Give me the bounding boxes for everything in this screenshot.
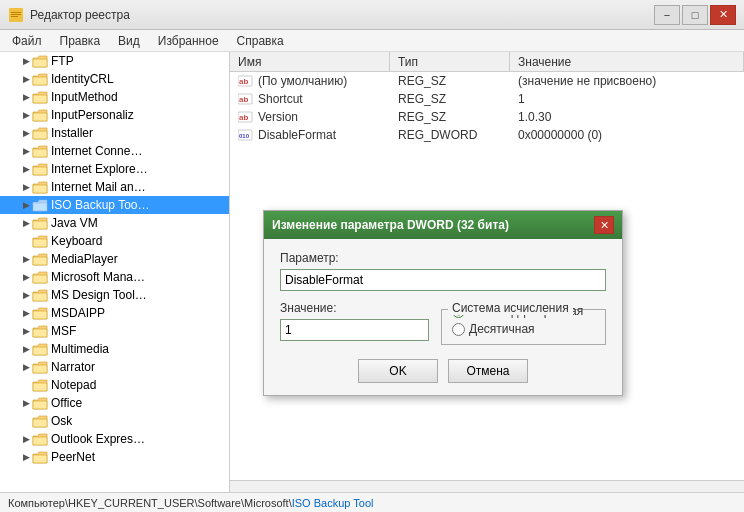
tree-label-msdesigntool: MS Design Tool…: [51, 288, 147, 302]
tree-arrow-internetmail: ▶: [20, 181, 32, 193]
tree-label-osk: Osk: [51, 414, 72, 428]
tree-label-multimedia: Multimedia: [51, 342, 109, 356]
menu-favorites[interactable]: Избранное: [150, 32, 227, 50]
cancel-button[interactable]: Отмена: [448, 359, 528, 383]
table-row-default[interactable]: ab (По умолчанию)REG_SZ(значение не прис…: [230, 72, 744, 90]
tree-item-microsoftmana[interactable]: ▶ Microsoft Mana…: [0, 268, 229, 286]
ab-icon-default: ab: [238, 74, 254, 88]
folder-icon-internetmail: [32, 181, 48, 194]
tree-arrow-inputmethod: ▶: [20, 91, 32, 103]
radio-group-label: Система исчисления: [448, 301, 573, 315]
folder-icon-internetexplore: [32, 163, 48, 176]
tree-item-identitycrl[interactable]: ▶ IdentityCRL: [0, 70, 229, 88]
dialog-body: Параметр: Значение: Система исчисления: [264, 239, 622, 395]
dialog-row: Значение: Система исчисления Шестнадцате…: [280, 301, 606, 345]
tree-label-msdaipp: MSDAIPP: [51, 306, 105, 320]
tree-item-inputpersonaliz[interactable]: ▶ InputPersonaliz: [0, 106, 229, 124]
tree-arrow-javavm: ▶: [20, 217, 32, 229]
tree-item-office[interactable]: ▶ Office: [0, 394, 229, 412]
tree-label-outlookexpress: Outlook Expres…: [51, 432, 145, 446]
tree-item-msdaipp[interactable]: ▶ MSDAIPP: [0, 304, 229, 322]
dword-icon-disableformat: 010: [238, 128, 254, 142]
horizontal-scrollbar[interactable]: [230, 480, 744, 492]
value-section: Значение:: [280, 301, 429, 341]
tree-label-peernet: PeerNet: [51, 450, 95, 464]
menu-help[interactable]: Справка: [229, 32, 292, 50]
tree-item-javavm[interactable]: ▶ Java VM: [0, 214, 229, 232]
tree-arrow-notepad: [20, 379, 32, 391]
main-content: ▶ FTP▶ IdentityCRL▶ InputMethod▶ InputPe…: [0, 52, 744, 492]
cell-name-version: ab Version: [230, 108, 390, 125]
maximize-button[interactable]: □: [682, 5, 708, 25]
tree-arrow-mediaplayer: ▶: [20, 253, 32, 265]
cell-name-default: ab (По умолчанию): [230, 72, 390, 89]
cell-type-disableformat: REG_DWORD: [390, 126, 510, 143]
folder-icon-inputmethod: [32, 91, 48, 104]
cell-value-default: (значение не присвоено): [510, 72, 744, 89]
tree-item-mediaplayer[interactable]: ▶ MediaPlayer: [0, 250, 229, 268]
cell-name-disableformat: 010 DisableFormat: [230, 126, 390, 143]
tree-label-narrator: Narrator: [51, 360, 95, 374]
value-label: Значение:: [280, 301, 429, 315]
menu-view[interactable]: Вид: [110, 32, 148, 50]
tree-item-internetmail[interactable]: ▶ Internet Mail an…: [0, 178, 229, 196]
folder-icon-msf: [32, 325, 48, 338]
col-header-type: Тип: [390, 52, 510, 71]
tree-item-peernet[interactable]: ▶ PeerNet: [0, 448, 229, 466]
param-input[interactable]: [280, 269, 606, 291]
folder-icon-peernet: [32, 451, 48, 464]
folder-icon-identitycrl: [32, 73, 48, 86]
tree-item-isobackup[interactable]: ▶ ISO Backup Too…: [0, 196, 229, 214]
ab-icon-shortcut: ab: [238, 92, 254, 106]
cell-type-default: REG_SZ: [390, 72, 510, 89]
tree-item-narrator[interactable]: ▶ Narrator: [0, 358, 229, 376]
tree-item-keyboard[interactable]: Keyboard: [0, 232, 229, 250]
table-row-disableformat[interactable]: 010 DisableFormatREG_DWORD0x00000000 (0): [230, 126, 744, 144]
col-header-name: Имя: [230, 52, 390, 71]
table-row-version[interactable]: ab VersionREG_SZ1.0.30: [230, 108, 744, 126]
tree-item-ftp[interactable]: ▶ FTP: [0, 52, 229, 70]
svg-rect-2: [11, 14, 21, 15]
value-input[interactable]: [280, 319, 429, 341]
radio-dec[interactable]: Десятичная: [452, 322, 595, 336]
window-controls: − □ ✕: [654, 5, 736, 25]
tree-arrow-outlookexpress: ▶: [20, 433, 32, 445]
tree-label-inputpersonaliz: InputPersonaliz: [51, 108, 134, 122]
tree-item-internetconne[interactable]: ▶ Internet Conne…: [0, 142, 229, 160]
tree-arrow-internetexplore: ▶: [20, 163, 32, 175]
tree-label-office: Office: [51, 396, 82, 410]
name-text-disableformat: DisableFormat: [258, 128, 336, 142]
tree-item-installer[interactable]: ▶ Installer: [0, 124, 229, 142]
folder-icon-javavm: [32, 217, 48, 230]
tree-item-osk[interactable]: Osk: [0, 412, 229, 430]
dialog-title: Изменение параметра DWORD (32 бита): [272, 218, 509, 232]
cell-value-shortcut: 1: [510, 90, 744, 107]
tree-item-outlookexpress[interactable]: ▶ Outlook Expres…: [0, 430, 229, 448]
close-button[interactable]: ✕: [710, 5, 736, 25]
table-row-shortcut[interactable]: ab ShortcutREG_SZ1: [230, 90, 744, 108]
tree-item-notepad[interactable]: Notepad: [0, 376, 229, 394]
cell-type-version: REG_SZ: [390, 108, 510, 125]
cell-value-version: 1.0.30: [510, 108, 744, 125]
title-bar-left: Редактор реестра: [8, 7, 130, 23]
tree-label-notepad: Notepad: [51, 378, 96, 392]
tree-arrow-msf: ▶: [20, 325, 32, 337]
tree-label-microsoftmana: Microsoft Mana…: [51, 270, 145, 284]
menu-edit[interactable]: Правка: [52, 32, 109, 50]
menu-file[interactable]: Файл: [4, 32, 50, 50]
tree-item-msdesigntool[interactable]: ▶ MS Design Tool…: [0, 286, 229, 304]
minimize-button[interactable]: −: [654, 5, 680, 25]
tree-item-multimedia[interactable]: ▶ Multimedia: [0, 340, 229, 358]
tree-arrow-msdesigntool: ▶: [20, 289, 32, 301]
tree-item-inputmethod[interactable]: ▶ InputMethod: [0, 88, 229, 106]
tree-arrow-narrator: ▶: [20, 361, 32, 373]
cell-name-shortcut: ab Shortcut: [230, 90, 390, 107]
tree-arrow-isobackup: ▶: [20, 199, 32, 211]
dialog-close-button[interactable]: ✕: [594, 216, 614, 234]
tree-arrow-microsoftmana: ▶: [20, 271, 32, 283]
folder-icon-inputpersonaliz: [32, 109, 48, 122]
ok-button[interactable]: OK: [358, 359, 438, 383]
tree-item-internetexplore[interactable]: ▶ Internet Explore…: [0, 160, 229, 178]
tree-item-msf[interactable]: ▶ MSF: [0, 322, 229, 340]
tree-label-mediaplayer: MediaPlayer: [51, 252, 118, 266]
